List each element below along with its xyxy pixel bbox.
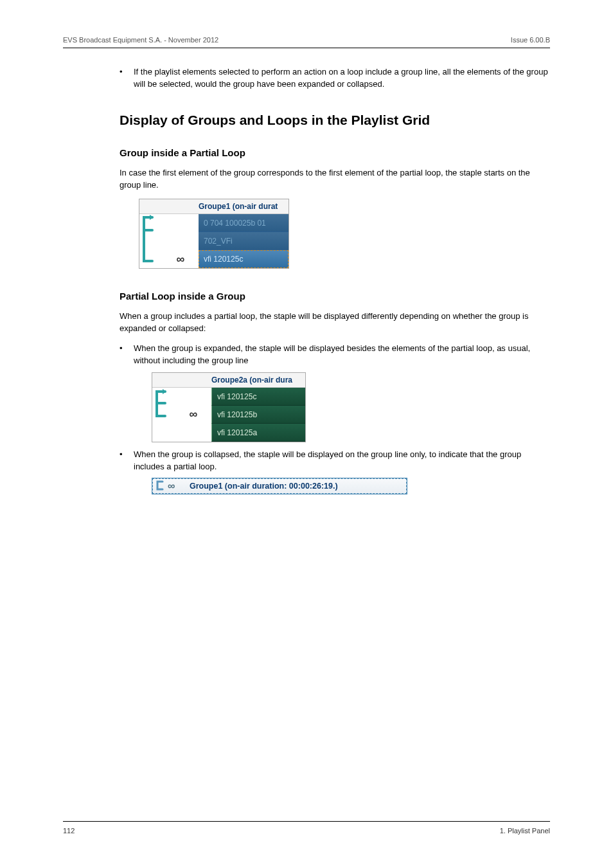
group-header: Groupe2a (on-air dura [152,373,305,388]
sec2-paragraph: When a group includes a partial loop, th… [120,311,550,335]
loop-staple-icon [139,249,163,269]
header-left: EVS Broadcast Equipment S.A. - November … [63,36,218,44]
playlist-row: 0 704 100025b 01 [139,214,289,232]
collapsed-group-label: Groupe1 (on-air duration: 00:00:26:19.) [190,482,338,491]
row-label: 0 704 100025b 01 [199,214,289,232]
footer-section-title: 1. Playlist Panel [500,827,550,835]
row-label: vfi 120125a [211,424,305,442]
playlist-grid-loop-in-group-collapsed: ∞ Groupe1 (on-air duration: 00:00:26:19.… [152,478,407,494]
loop-staple-icon [139,231,163,251]
heading-partial-loop-inside-group: Partial Loop inside a Group [120,291,550,302]
sec2-bullet-1-text: When the group is expanded, the staple w… [134,343,550,367]
playlist-row: ∞ vfi 120125b [152,406,305,424]
loop-staple-icon [152,404,175,424]
row-label: 702_VFi [199,232,289,250]
sec1-paragraph: In case the first element of the group c… [120,167,550,192]
playlist-row: vfi 120125c [152,388,305,406]
bullet-dot-icon: • [120,66,134,91]
row-label: vfi 120125c [199,250,289,268]
playlist-row: 702_VFi [139,232,289,250]
intro-bullet: • If the playlist elements selected to p… [120,66,550,91]
heading-display-groups-loops: Display of Groups and Loops in the Playl… [120,113,550,128]
content-area: • If the playlist elements selected to p… [120,66,550,494]
bullet-dot-icon: • [120,449,134,473]
sec2-bullet-2: • When the group is collapsed, the stapl… [120,449,550,473]
infinity-icon: ∞ [190,408,198,420]
loop-staple-icon [152,386,175,406]
infinity-icon: ∞ [177,253,185,266]
page-header: EVS Broadcast Equipment S.A. - November … [63,36,550,48]
row-label: vfi 120125c [211,388,305,406]
page-number: 112 [63,827,75,835]
header-right: Issue 6.00.B [511,36,550,44]
intro-bullet-text: If the playlist elements selected to per… [134,66,550,91]
playlist-grid-group-in-loop: Groupe1 (on-air durat 0 704 100025b 01 7… [139,199,289,269]
bullet-dot-icon: • [120,343,134,367]
sec2-bullet-1: • When the group is expanded, the staple… [120,343,550,367]
infinity-icon: ∞ [168,480,190,492]
heading-group-inside-partial-loop: Group inside a Partial Loop [120,147,550,158]
row-label: vfi 120125b [211,406,305,424]
page-footer: 112 1. Playlist Panel [63,821,550,835]
group-header: Groupe1 (on-air durat [139,199,289,214]
loop-staple-icon [139,213,163,233]
loop-staple-icon [152,479,168,494]
playlist-row: ∞ vfi 120125c [139,250,289,268]
playlist-row: vfi 120125a [152,424,305,442]
playlist-grid-loop-in-group-expanded: Groupe2a (on-air dura vfi 120125c ∞ vfi … [152,372,306,442]
sec2-bullet-2-text: When the group is collapsed, the staple … [134,449,550,473]
